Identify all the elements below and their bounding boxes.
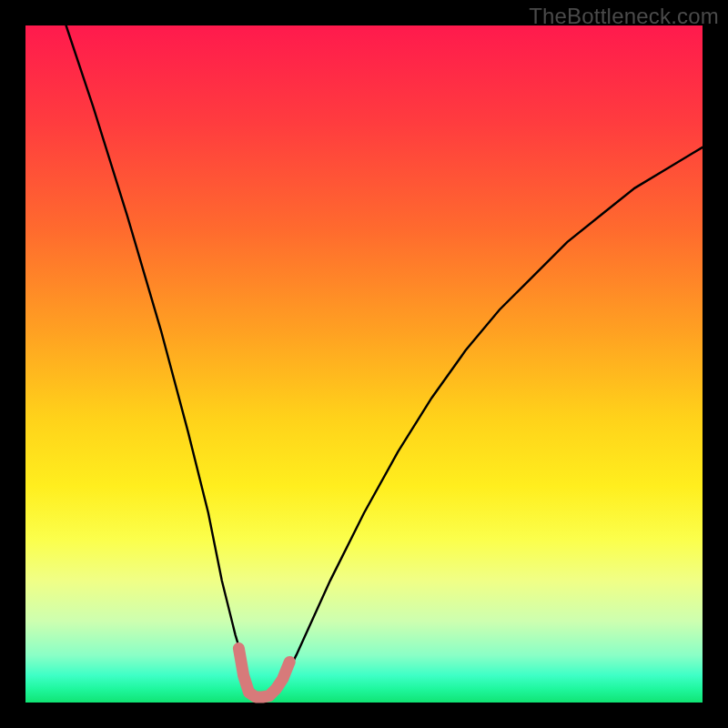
bottleneck-curve [66,25,703,696]
chart-frame: TheBottleneck.com [0,0,728,728]
optimal-zone-highlight [238,649,289,698]
chart-overlay [25,25,703,703]
